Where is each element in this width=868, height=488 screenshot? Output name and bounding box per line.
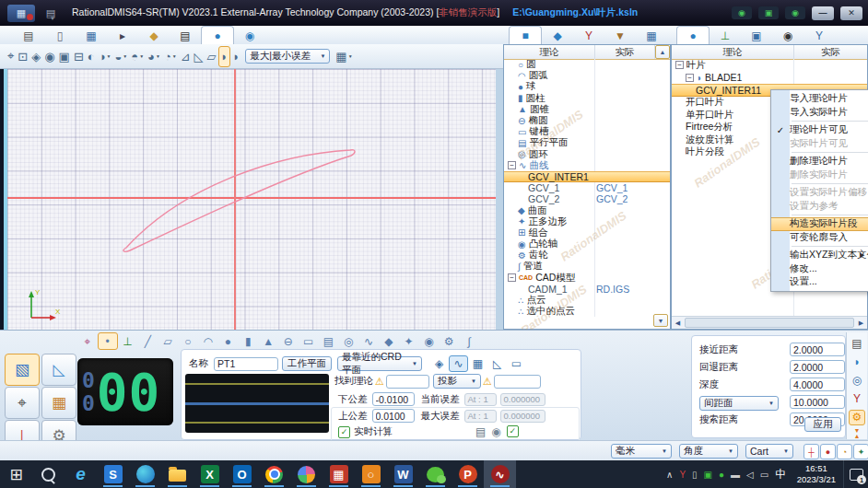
link-status-icon[interactable]: ◉ <box>785 6 805 19</box>
projection-combo[interactable]: 投影 ▼ <box>433 374 481 389</box>
pipe-feature-button[interactable]: ∫ <box>459 332 479 350</box>
fixture-button[interactable]: ▦ <box>41 387 76 419</box>
tab-file[interactable]: ▤ <box>13 27 44 44</box>
doc-search-icon[interactable]: ○ <box>355 460 387 488</box>
chrome-icon[interactable] <box>258 460 290 488</box>
lower-tolerance-input[interactable] <box>372 392 415 406</box>
outlook-icon[interactable]: O <box>226 460 258 488</box>
display-tag-button[interactable]: ⊟ <box>72 47 86 66</box>
probe-status-icon[interactable]: ◉ <box>732 6 752 19</box>
gear-feature-button[interactable]: ⚙ <box>439 332 459 350</box>
clip-1-button[interactable]: ⊿ <box>179 47 193 66</box>
rotate-free-button[interactable]: ◐ <box>86 47 97 66</box>
find-theory-input[interactable] <box>386 375 429 389</box>
view-top-button[interactable]: ◒▼ <box>112 47 129 66</box>
probe-mode-button[interactable]: ● <box>820 444 836 459</box>
app-icon[interactable]: ▦ <box>7 5 35 22</box>
crd-plane-combo[interactable]: 最靠近的CRD平面 ▼ <box>337 356 422 371</box>
expander-icon[interactable]: − <box>508 161 516 169</box>
tab-blade[interactable]: ● <box>676 26 710 44</box>
network-tray-icon[interactable]: ▭ <box>760 470 768 480</box>
word-icon[interactable]: W <box>387 460 419 488</box>
yodao-tray-icon[interactable]: Y <box>679 470 686 480</box>
cylinder-feature-button[interactable]: ▮ <box>238 332 258 350</box>
sogou-icon[interactable]: S <box>97 460 129 488</box>
minimize-button[interactable]: — <box>812 6 834 20</box>
probe-config-icon[interactable]: ◉ <box>491 425 500 438</box>
tab-camera[interactable]: ◉ <box>234 27 265 44</box>
realtime-checkbox[interactable]: ✓ <box>338 426 350 438</box>
menu-item-import-theoretical-blade[interactable]: 导入理论叶片 <box>771 92 868 106</box>
taskbar-clock[interactable]: 16:51 2023/3/21 <box>797 463 836 486</box>
tree-item-blade-root[interactable]: −叶片 <box>672 59 867 72</box>
depth-input[interactable] <box>790 378 845 391</box>
error-combo[interactable]: 最大|最小误差▼ <box>245 49 330 64</box>
tree-item-cad-model[interactable]: −CADCAD模型 <box>504 273 670 284</box>
view-cube-button[interactable]: ▧ <box>5 354 40 386</box>
powerpoint-icon[interactable]: P <box>452 460 484 488</box>
view-iso-button[interactable]: ◕▼ <box>146 47 162 66</box>
capture-button[interactable]: ▣ <box>57 47 72 66</box>
tab-table[interactable]: ▦ <box>76 27 107 44</box>
search-button[interactable] <box>32 460 65 488</box>
menu-item-theoretical-blade-visible[interactable]: ✓理论叶片可见 <box>771 123 868 137</box>
pan-button[interactable]: ◈ <box>29 47 42 66</box>
name-input[interactable] <box>214 357 278 371</box>
point-feature-button[interactable]: • <box>98 332 118 350</box>
notification-center-button[interactable]: 1 <box>843 460 868 488</box>
expander-icon[interactable]: − <box>675 61 684 69</box>
ellipse-feature-button[interactable]: ⊖ <box>278 332 299 350</box>
angle-toggle[interactable]: ◺ <box>487 355 507 372</box>
enable-checkbox[interactable]: ✓ <box>507 425 519 437</box>
machine-status-icon[interactable]: ▣ <box>758 6 779 19</box>
tree-item-selected-point-cloud[interactable]: ∴选中的点云 <box>504 306 670 317</box>
tab-sound[interactable]: ▸ <box>107 27 138 44</box>
menu-item-modify[interactable]: 修改... <box>771 262 868 276</box>
tray-chevron-icon[interactable]: ∧ <box>666 470 673 480</box>
strip-collapse-arrows[interactable]: ▼▲ <box>854 428 861 439</box>
tab-axis[interactable]: ⊥ <box>710 27 741 44</box>
tab-print[interactable]: ▤ <box>170 27 201 44</box>
menu-item-delete-theoretical-blade[interactable]: 删除理论叶片 <box>771 155 868 168</box>
probe-compensate-feature-button[interactable]: ⌖ <box>77 332 98 350</box>
coordinate-combo[interactable]: Cart ▼ <box>745 444 793 459</box>
view-back-button[interactable]: ◔▼ <box>162 47 179 66</box>
parallel-planes-feature-button[interactable]: ▤ <box>319 332 339 350</box>
upper-tolerance-input[interactable] <box>372 409 415 423</box>
cam-feature-button[interactable]: ◉ <box>419 332 440 350</box>
slot-feature-button[interactable]: ▭ <box>299 332 319 350</box>
tab-measure[interactable]: Y <box>803 27 835 44</box>
ie-icon[interactable]: e <box>65 460 97 488</box>
shading-active-button[interactable]: ◗ <box>218 46 231 67</box>
close-button[interactable]: ✕ <box>840 6 862 20</box>
clip-2-button[interactable]: ◺ <box>193 47 205 66</box>
hscroll-left-button[interactable]: ◀ <box>672 318 684 329</box>
apply-button[interactable]: 应用 <box>804 417 841 432</box>
hscroll-track[interactable] <box>685 318 854 328</box>
report-icon[interactable]: ▤ <box>475 425 486 438</box>
menu-item-import-actual-blade[interactable]: 导入实际叶片 <box>771 106 868 120</box>
usb-tray-icon[interactable]: ▯ <box>692 470 698 480</box>
tree-item-blade1[interactable]: −◗BLADE1 <box>672 72 867 85</box>
explorer-icon[interactable] <box>161 460 194 488</box>
units-combo[interactable]: 毫米 ▼ <box>611 444 672 459</box>
feature-scroll-up-button[interactable]: ▲ <box>655 45 670 59</box>
view-side-button[interactable]: ◓▼ <box>129 47 146 66</box>
graph-display-toggle[interactable]: ∿ <box>449 355 468 372</box>
tab-view[interactable]: ● <box>201 26 234 44</box>
card-tray-icon[interactable]: ▬ <box>731 470 740 480</box>
tree-item-gcv-inter1[interactable]: GCV_INTER1 <box>504 171 670 182</box>
line-feature-button[interactable]: ╱ <box>137 332 158 350</box>
input-language-indicator[interactable]: 中 <box>775 467 786 482</box>
sphere-feature-button[interactable]: ● <box>218 332 239 350</box>
angle-mode-button[interactable]: ◔ <box>837 444 852 459</box>
blade-theory-header[interactable]: 理论 <box>672 45 794 59</box>
tree-item-curve[interactable]: −∿曲线 <box>504 160 670 171</box>
spacing-plane-input[interactable] <box>790 395 845 409</box>
alignment-tool-button[interactable]: ◺ <box>41 354 76 386</box>
security-tray-icon[interactable]: ▣ <box>704 470 712 480</box>
expander-icon[interactable]: − <box>508 273 516 282</box>
workplane-button[interactable]: 工作平面 <box>282 356 332 371</box>
excel-icon[interactable]: X <box>194 460 226 488</box>
ring-feature-button[interactable]: ◎ <box>338 332 358 350</box>
